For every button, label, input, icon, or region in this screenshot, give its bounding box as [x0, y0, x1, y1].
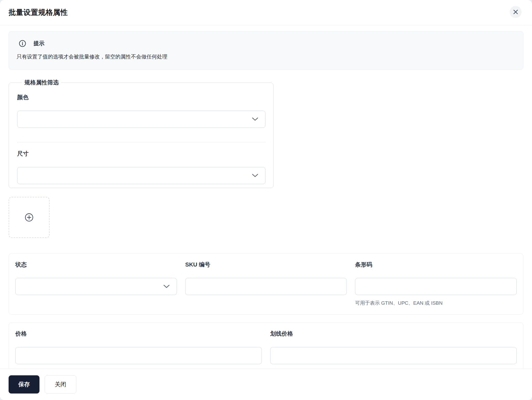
- barcode-helper-text: 可用于表示 GTIN、UPC、EAN 或 ISBN: [355, 300, 517, 306]
- field-divider: [17, 142, 265, 142]
- barcode-field-group: 条形码 可用于表示 GTIN、UPC、EAN 或 ISBN: [355, 261, 517, 306]
- add-filter-button[interactable]: [9, 197, 50, 238]
- barcode-input[interactable]: [355, 278, 517, 295]
- price-label: 价格: [15, 330, 262, 338]
- sku-field-group: SKU 编号: [185, 261, 347, 306]
- size-select[interactable]: [17, 167, 265, 184]
- barcode-label: 条形码: [355, 261, 517, 269]
- sku-label: SKU 编号: [185, 261, 347, 269]
- close-button[interactable]: [510, 6, 522, 18]
- attributes-card: 状态 SKU 编号 条形码 可用于表示 GTIN、UPC、EAN 或 I: [9, 253, 523, 315]
- pricing-card: 价格 划线价格: [9, 322, 523, 369]
- compare-price-field-group: 划线价格: [270, 330, 517, 364]
- spec-filter-fieldset: 规格属性筛选 颜色 尺寸: [9, 79, 274, 188]
- save-button[interactable]: 保存: [9, 375, 39, 394]
- modal-title: 批量设置规格属性: [9, 8, 68, 17]
- filter-field-color: 颜色: [17, 94, 265, 128]
- modal-body: 提示 只有设置了值的选项才会被批量修改，留空的属性不会做任何处理 规格属性筛选 …: [0, 25, 532, 369]
- notice-description: 只有设置了值的选项才会被批量修改，留空的属性不会做任何处理: [17, 53, 515, 60]
- status-field-group: 状态: [15, 261, 177, 306]
- notice-box: 提示 只有设置了值的选项才会被批量修改，留空的属性不会做任何处理: [9, 31, 523, 70]
- compare-price-label: 划线价格: [270, 330, 517, 338]
- plus-circle-icon: [25, 213, 34, 222]
- chevron-down-icon: [252, 174, 258, 177]
- close-icon: [513, 9, 518, 15]
- size-label: 尺寸: [17, 150, 265, 158]
- chevron-down-icon: [163, 285, 170, 288]
- modal-footer: 保存 关闭: [0, 369, 532, 400]
- info-icon: [19, 40, 26, 47]
- price-input[interactable]: [15, 347, 262, 364]
- spec-filter-legend: 规格属性筛选: [22, 79, 61, 86]
- modal-header: 批量设置规格属性: [0, 0, 532, 25]
- sku-input[interactable]: [185, 278, 347, 295]
- color-label: 颜色: [17, 94, 265, 101]
- notice-head: 提示: [17, 40, 515, 47]
- status-label: 状态: [15, 261, 177, 269]
- status-select[interactable]: [15, 278, 177, 295]
- chevron-down-icon: [252, 117, 258, 121]
- compare-price-input[interactable]: [270, 347, 517, 364]
- batch-edit-spec-modal: 批量设置规格属性 提示 只有设置了值的: [0, 0, 532, 400]
- color-select[interactable]: [17, 111, 265, 128]
- notice-title: 提示: [34, 40, 44, 47]
- filter-field-size: 尺寸: [17, 150, 265, 184]
- close-dialog-button[interactable]: 关闭: [45, 375, 76, 394]
- price-field-group: 价格: [15, 330, 262, 364]
